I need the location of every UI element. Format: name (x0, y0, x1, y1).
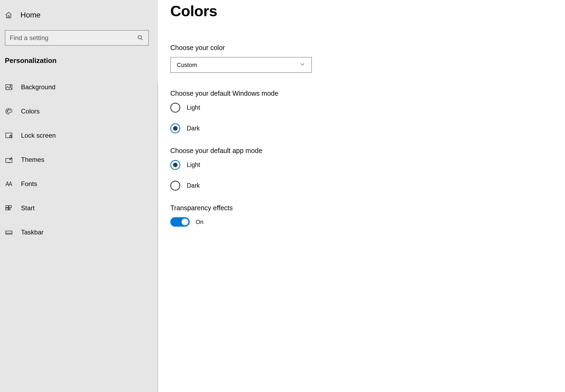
choose-color-label: Choose your color (170, 44, 553, 52)
image-icon (5, 83, 13, 91)
home-icon (5, 11, 12, 19)
search-box[interactable] (5, 30, 149, 46)
sidebar-item-background[interactable]: Background (0, 75, 158, 99)
radio-label: Light (187, 161, 200, 169)
search-input[interactable] (10, 34, 137, 42)
windows-mode-option-dark[interactable]: Dark (170, 123, 553, 133)
radio-icon (170, 103, 180, 113)
radio-label: Dark (187, 125, 200, 132)
sidebar: Home Personalization Background (0, 0, 158, 392)
transparency-toggle[interactable] (170, 217, 190, 227)
page-title: Colors (170, 2, 553, 20)
windows-mode-group: Choose your default Windows mode Light D… (170, 90, 553, 133)
svg-point-5 (8, 109, 9, 110)
sidebar-item-themes[interactable]: Themes (0, 148, 158, 172)
app-mode-label: Choose your default app mode (170, 147, 553, 155)
fonts-icon (5, 180, 13, 188)
svg-line-1 (141, 39, 143, 40)
svg-rect-15 (9, 206, 11, 208)
toggle-state-label: On (196, 219, 203, 226)
transparency-toggle-row: On (170, 217, 553, 227)
windows-mode-option-light[interactable]: Light (170, 103, 553, 113)
home-label: Home (20, 11, 41, 19)
svg-rect-9 (10, 136, 12, 137)
start-icon (5, 204, 13, 212)
sidebar-item-label: Fonts (21, 180, 37, 188)
radio-label: Light (187, 104, 200, 111)
app-mode-option-dark[interactable]: Dark (170, 181, 553, 191)
sidebar-item-start[interactable]: Start (0, 196, 158, 220)
themes-icon (5, 156, 13, 164)
transparency-label: Transparency effects (170, 204, 553, 212)
svg-point-4 (7, 110, 8, 111)
chevron-down-icon (299, 61, 305, 69)
taskbar-icon (5, 228, 13, 236)
sidebar-item-label: Taskbar (21, 229, 44, 236)
windows-mode-label: Choose your default Windows mode (170, 90, 553, 97)
app-mode-option-light[interactable]: Light (170, 160, 553, 170)
svg-point-7 (7, 112, 8, 112)
app-mode-group: Choose your default app mode Light Dark (170, 147, 553, 191)
palette-icon (5, 107, 13, 115)
svg-point-6 (10, 110, 10, 111)
radio-icon-selected (170, 123, 180, 133)
sidebar-item-label: Background (21, 83, 55, 91)
home-nav-item[interactable]: Home (0, 7, 158, 23)
sidebar-item-label: Colors (21, 108, 40, 115)
sidebar-item-colors[interactable]: Colors (0, 99, 158, 123)
radio-dot (173, 126, 178, 131)
sidebar-item-fonts[interactable]: Fonts (0, 172, 158, 196)
sidebar-item-label: Lock screen (21, 132, 56, 139)
main-content: Colors Choose your color Custom Choose y… (158, 0, 565, 392)
lockscreen-icon (5, 131, 13, 140)
sidebar-item-lockscreen[interactable]: Lock screen (0, 123, 158, 148)
sidebar-item-label: Themes (21, 156, 44, 163)
svg-point-3 (10, 85, 11, 87)
sidebar-item-taskbar[interactable]: Taskbar (0, 220, 158, 244)
svg-rect-16 (6, 208, 8, 210)
svg-rect-17 (9, 208, 10, 210)
sidebar-divider (158, 83, 158, 392)
svg-point-0 (138, 35, 142, 39)
toggle-knob (182, 219, 188, 225)
search-container (0, 23, 158, 46)
svg-rect-2 (6, 85, 12, 90)
color-mode-select[interactable]: Custom (170, 57, 312, 73)
sidebar-section-title: Personalization (0, 46, 158, 75)
sidebar-item-label: Start (21, 204, 35, 212)
color-mode-value: Custom (177, 62, 197, 69)
radio-label: Dark (187, 182, 200, 189)
radio-dot (173, 163, 178, 167)
radio-icon-selected (170, 160, 180, 170)
svg-rect-18 (6, 231, 12, 234)
radio-icon (170, 181, 180, 191)
svg-rect-14 (6, 206, 8, 208)
search-icon (137, 34, 144, 41)
